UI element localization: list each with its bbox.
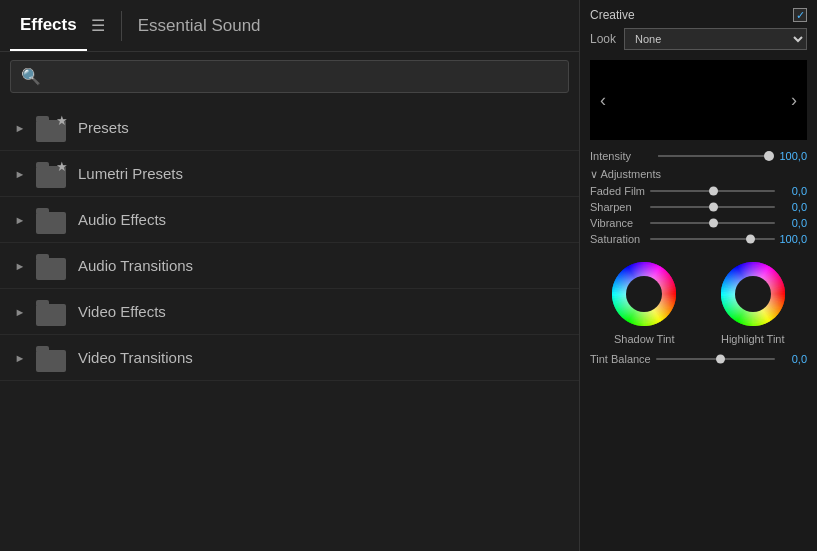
creative-section-label: Creative <box>590 8 635 22</box>
prev-arrow-button[interactable]: ‹ <box>600 90 606 111</box>
look-select[interactable]: None <box>624 28 807 50</box>
sharpen-row: Sharpen 0,0 <box>590 201 807 213</box>
shadow-tint-label: Shadow Tint <box>614 333 675 345</box>
folder-icon: ★ <box>36 114 68 142</box>
right-panel: Creative ✓ Look None ‹ › Intensity 100,0 <box>580 0 817 551</box>
tint-balance-value: 0,0 <box>779 353 807 365</box>
creative-checkbox[interactable]: ✓ <box>793 8 807 22</box>
vibrance-value: 0,0 <box>779 217 807 229</box>
next-arrow-button[interactable]: › <box>791 90 797 111</box>
tab-effects[interactable]: Effects <box>10 0 87 51</box>
look-row: Look None <box>590 28 807 50</box>
search-bar: 🔍 <box>10 60 569 93</box>
preview-box: ‹ › <box>590 60 807 140</box>
vibrance-row: Vibrance 0,0 <box>590 217 807 229</box>
creative-header: Creative ✓ <box>590 8 807 22</box>
shadow-tint-wrap: Shadow Tint <box>609 259 679 345</box>
item-label: Audio Transitions <box>78 257 193 274</box>
color-wheels-section: Shadow Tint Highlight Tint <box>590 259 807 345</box>
faded-film-slider[interactable] <box>650 190 775 192</box>
tree-list: ► ★ Presets ► ★ Lumetri Presets ► <box>0 101 579 551</box>
intensity-slider[interactable] <box>658 155 769 157</box>
star-icon: ★ <box>56 160 68 173</box>
item-label: Lumetri Presets <box>78 165 183 182</box>
folder-icon: ★ <box>36 160 68 188</box>
intensity-value: 100,0 <box>775 150 807 162</box>
chevron-right-icon: ► <box>14 168 26 180</box>
chevron-right-icon: ► <box>14 352 26 364</box>
list-item[interactable]: ► ★ Presets <box>0 105 579 151</box>
folder-icon <box>36 252 68 280</box>
chevron-right-icon: ► <box>14 306 26 318</box>
folder-icon <box>36 344 68 372</box>
highlight-tint-label: Highlight Tint <box>721 333 785 345</box>
faded-film-value: 0,0 <box>779 185 807 197</box>
chevron-right-icon: ► <box>14 214 26 226</box>
tabs-bar: Effects ☰ Essential Sound <box>0 0 579 52</box>
search-input[interactable] <box>49 69 558 84</box>
vibrance-label: Vibrance <box>590 217 646 229</box>
check-icon: ✓ <box>796 9 805 22</box>
vibrance-slider[interactable] <box>650 222 775 224</box>
item-label: Video Effects <box>78 303 166 320</box>
look-label: Look <box>590 32 616 46</box>
highlight-tint-canvas[interactable] <box>718 259 788 329</box>
saturation-value: 100,0 <box>779 233 807 245</box>
intensity-row: Intensity 100,0 <box>590 150 807 162</box>
tab-divider <box>121 11 122 41</box>
item-label: Audio Effects <box>78 211 166 228</box>
chevron-right-icon: ► <box>14 122 26 134</box>
tab-essential-sound[interactable]: Essential Sound <box>138 16 261 36</box>
list-item[interactable]: ► Audio Effects <box>0 197 579 243</box>
folder-icon <box>36 298 68 326</box>
search-icon: 🔍 <box>21 67 41 86</box>
sharpen-slider[interactable] <box>650 206 775 208</box>
list-item[interactable]: ► Video Effects <box>0 289 579 335</box>
sharpen-label: Sharpen <box>590 201 646 213</box>
star-icon: ★ <box>56 114 68 127</box>
saturation-slider[interactable] <box>650 238 775 240</box>
adjustments-toggle[interactable]: ∨ Adjustments <box>590 168 807 181</box>
folder-icon <box>36 206 68 234</box>
intensity-label: Intensity <box>590 150 652 162</box>
hamburger-icon[interactable]: ☰ <box>91 16 105 35</box>
left-panel: Effects ☰ Essential Sound 🔍 ► ★ Presets <box>0 0 580 551</box>
saturation-row: Saturation 100,0 <box>590 233 807 245</box>
tint-balance-slider[interactable] <box>656 358 775 360</box>
item-label: Video Transitions <box>78 349 193 366</box>
list-item[interactable]: ► ★ Lumetri Presets <box>0 151 579 197</box>
tint-balance-label: Tint Balance <box>590 353 652 365</box>
item-label: Presets <box>78 119 129 136</box>
list-item[interactable]: ► Audio Transitions <box>0 243 579 289</box>
sharpen-value: 0,0 <box>779 201 807 213</box>
saturation-label: Saturation <box>590 233 646 245</box>
faded-film-row: Faded Film 0,0 <box>590 185 807 197</box>
faded-film-label: Faded Film <box>590 185 646 197</box>
chevron-right-icon: ► <box>14 260 26 272</box>
tab-effects-label: Effects <box>20 15 77 35</box>
tint-balance-row: Tint Balance 0,0 <box>590 353 807 365</box>
list-item[interactable]: ► Video Transitions <box>0 335 579 381</box>
shadow-tint-canvas[interactable] <box>609 259 679 329</box>
highlight-tint-wrap: Highlight Tint <box>718 259 788 345</box>
